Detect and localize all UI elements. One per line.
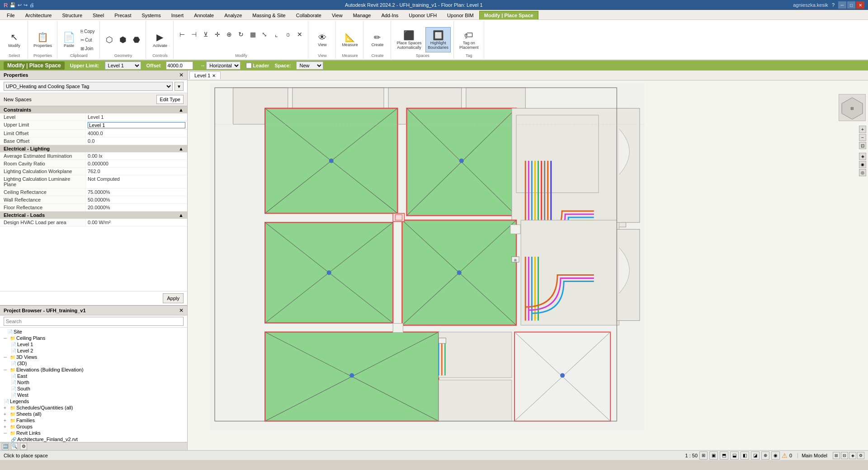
nav-cube[interactable]: ⊞ (839, 94, 866, 121)
canvas-btn5[interactable]: ◪ (751, 451, 760, 460)
view-tab-level1[interactable]: Level 1 ✕ (189, 71, 221, 79)
view-tab-close[interactable]: ✕ (212, 73, 216, 78)
properties-btn[interactable]: 📋 Properties (31, 27, 54, 52)
tab-insert[interactable]: Insert (166, 11, 189, 19)
status-btn4[interactable]: ⚙ (857, 452, 864, 459)
status-btn1[interactable]: ⊞ (833, 452, 840, 459)
canvas-btn2[interactable]: ⬒ (720, 451, 728, 460)
tree-item-west[interactable]: 📄 West (0, 392, 187, 398)
copy-tool-btn[interactable]: ⊕ (224, 28, 235, 40)
upper-limit-prop-value[interactable] (86, 121, 187, 129)
ceiling-plans-expand[interactable]: ─ (4, 336, 9, 341)
delete-btn[interactable]: ✕ (294, 28, 305, 40)
pb-search-input[interactable] (4, 317, 184, 326)
tree-item-groups[interactable]: + 📁 Groups (0, 423, 187, 430)
tag-on-placement-btn[interactable]: 🏷 Tag on Placement (457, 27, 481, 52)
sheets-expand[interactable]: + (4, 412, 9, 417)
view-ctrl-3[interactable]: ◎ (859, 169, 866, 176)
props-expand-btn[interactable]: ▼ (175, 82, 184, 91)
schedules-expand[interactable]: + (4, 405, 9, 410)
minimize-btn[interactable]: ─ (838, 1, 846, 9)
tab-view[interactable]: View (327, 11, 348, 19)
tab-steel[interactable]: Steel (88, 11, 109, 19)
zoom-fit-btn[interactable]: ⊡ (859, 142, 866, 149)
revit-links-expand[interactable]: ─ (4, 431, 9, 436)
tab-systems[interactable]: Systems (137, 11, 165, 19)
trim-btn[interactable]: ⌞ (271, 28, 282, 40)
tree-item-legends[interactable]: 📄 Legends (0, 398, 187, 404)
modify-btn[interactable]: ↖ Modify (6, 27, 23, 52)
elec-lighting-section-header[interactable]: Electrical - Lighting ▲ (0, 145, 187, 152)
tree-item-3d[interactable]: 📄 (3D) (0, 360, 187, 367)
tab-analyze[interactable]: Analyze (219, 11, 247, 19)
canvas-btn6[interactable]: ⊕ (761, 451, 769, 460)
tree-item-families[interactable]: + 📁 Families (0, 417, 187, 423)
print-btn[interactable]: 🖨 (29, 2, 34, 8)
space-select[interactable]: New (296, 61, 323, 70)
align-btn[interactable]: ⊢ (177, 28, 188, 40)
families-expand[interactable]: + (4, 418, 9, 423)
undo-btn[interactable]: ↩ (18, 2, 22, 8)
split-btn[interactable]: ⌽ (283, 28, 293, 40)
tree-item-3d-views[interactable]: ─ 📁 3D Views (0, 354, 187, 360)
props-close-btn[interactable]: ✕ (179, 72, 184, 78)
tree-item-south[interactable]: 📄 South (0, 385, 187, 392)
view-tool-btn[interactable]: 👁View (314, 27, 330, 52)
pb-filter-btn[interactable]: 🔍 (11, 443, 18, 450)
maximize-btn[interactable]: □ (847, 1, 855, 9)
3d-views-expand[interactable]: ─ (4, 355, 9, 360)
scale-btn[interactable]: ⤡ (259, 28, 270, 40)
apply-btn[interactable]: Apply (163, 293, 184, 303)
tree-item-revit-links[interactable]: ─ 📁 Revit Links (0, 430, 187, 436)
tree-item-site[interactable]: 📄 Site (0, 329, 187, 335)
tab-addins[interactable]: Add-Ins (376, 11, 403, 19)
elec-loads-section-header[interactable]: Electrical - Loads ▲ (0, 212, 187, 219)
tab-manage[interactable]: Manage (348, 11, 376, 19)
view-ctrl-1[interactable]: ◈ (859, 153, 866, 160)
props-type-select[interactable]: UPO_Heating and Cooling Space Tag (4, 82, 173, 91)
canvas-btn1[interactable]: ▣ (709, 451, 718, 460)
groups-expand[interactable]: + (4, 424, 9, 429)
edit-type-btn[interactable]: Edit Type (156, 95, 184, 104)
tree-item-schedules[interactable]: + 📁 Schedules/Quantities (all) (0, 404, 187, 411)
activate-btn[interactable]: ▶ Activate (151, 27, 170, 52)
offset-btn[interactable]: ⊣ (189, 28, 199, 40)
pb-sort-btn[interactable]: 🔤 (2, 443, 9, 450)
tree-item-east[interactable]: 📄 East (0, 373, 187, 379)
canvas-btn7[interactable]: ◉ (771, 451, 780, 460)
constraints-section-header[interactable]: Constraints ▲ (0, 106, 187, 113)
join-btn[interactable]: ⊞ Join (78, 44, 97, 52)
tree-item-sheets[interactable]: + 📁 Sheets (all) (0, 411, 187, 417)
quick-save-icon[interactable]: 💾 (9, 2, 16, 8)
canvas-content[interactable]: ⊞ ⊞ + − ⊡ (188, 80, 868, 450)
tab-modify-place-space[interactable]: Modify | Place Space (479, 11, 538, 19)
highlight-boundaries-btn[interactable]: 🔲 Highlight Boundaries (425, 27, 451, 52)
zoom-in-btn[interactable]: + (859, 126, 866, 133)
create-btn[interactable]: ✏Create (369, 27, 386, 52)
tree-item-north[interactable]: 📄 North (0, 379, 187, 385)
tab-annotate[interactable]: Annotate (189, 11, 219, 19)
leader-checkbox[interactable] (246, 61, 252, 70)
tree-item-elevations[interactable]: ─ 📁 Elevations (Building Elevation) (0, 367, 187, 373)
rotate-btn[interactable]: ↻ (236, 28, 246, 40)
paste-btn[interactable]: 📄 Paste (61, 28, 77, 52)
canvas-area[interactable]: Level 1 ✕ (188, 70, 868, 450)
orientation-select[interactable]: Horizontal Vertical Model (206, 61, 241, 70)
tab-uponor-ufh[interactable]: Uponor UFH (404, 11, 442, 19)
tab-precast[interactable]: Precast (109, 11, 136, 19)
canvas-btn4[interactable]: ◧ (741, 451, 749, 460)
geometry-btn2[interactable]: ⬢ (117, 27, 129, 52)
status-btn2[interactable]: ⊟ (841, 452, 848, 459)
close-btn[interactable]: ✕ (856, 1, 864, 9)
tree-item-arch-finland[interactable]: 🔗 Architecture_Finland_v2.rvt (0, 436, 187, 442)
place-spaces-auto-btn[interactable]: ⬛ Place Spaces Automatically (394, 27, 424, 52)
scale-btn[interactable]: ⊞ (699, 451, 708, 460)
upper-limit-field[interactable] (88, 122, 185, 128)
canvas-btn3[interactable]: ⬓ (730, 451, 739, 460)
cut-btn[interactable]: ✂ Cut (78, 36, 97, 44)
tab-architecture[interactable]: Architecture (20, 11, 57, 19)
pb-close-btn[interactable]: ✕ (179, 307, 184, 314)
tree-item-ceiling-plans[interactable]: ─ 📁 Ceiling Plans (0, 335, 187, 341)
geometry-btn1[interactable]: ⬡ (103, 27, 116, 52)
copy-btn[interactable]: ⎘ Copy (78, 27, 97, 35)
